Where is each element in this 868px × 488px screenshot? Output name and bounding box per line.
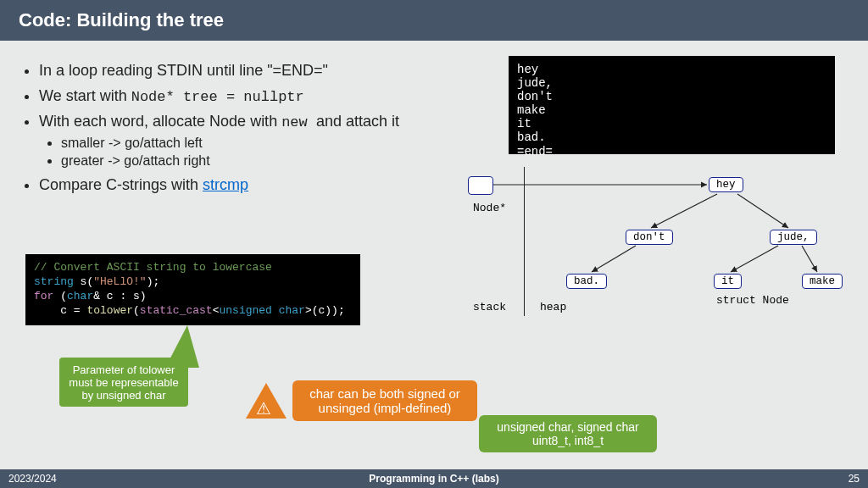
- bullet-list: In a loop reading STDIN until line "=END…: [24, 62, 473, 202]
- svg-line-1: [651, 194, 717, 228]
- bullet-3a: smaller -> go/attach left: [61, 136, 473, 151]
- stack-pointer-box: [468, 176, 493, 195]
- page-title: Code: Building the tree: [19, 9, 224, 31]
- bullet-4: Compare C-strings with strcmp: [39, 176, 473, 194]
- node-make: make: [802, 274, 843, 289]
- node-bad: bad.: [566, 274, 607, 289]
- node-it: it: [714, 274, 742, 289]
- footer-page: 25: [849, 473, 860, 485]
- label-stack: stack: [473, 301, 506, 313]
- bullet-3b: greater -> go/attach right: [61, 153, 473, 169]
- footer-year: 2023/2024: [8, 473, 57, 485]
- callout-tolower: Parameter of tolower must be representab…: [59, 358, 188, 407]
- stack-heap-divider: [524, 167, 525, 316]
- label-nodeptr: Node*: [473, 202, 506, 214]
- bullet-2: We start with Node* tree = nullptr: [39, 87, 473, 105]
- node-jude: jude,: [770, 230, 817, 245]
- callout-char-signed: char can be both signed or unsinged (imp…: [292, 380, 477, 421]
- svg-line-4: [731, 246, 778, 272]
- strcmp-link[interactable]: strcmp: [203, 176, 248, 193]
- label-struct: struct Node: [716, 294, 789, 307]
- slide-footer: 2023/2024 Programming in C++ (labs) 25: [0, 469, 868, 488]
- node-dont: don't: [626, 230, 673, 245]
- warning-glyph: ⚠: [256, 398, 271, 419]
- bullet-1: In a loop reading STDIN until line "=END…: [39, 62, 473, 80]
- bullet-3: With each word, allocate Node with new a…: [39, 113, 473, 169]
- svg-line-2: [737, 194, 788, 228]
- svg-line-3: [592, 246, 636, 272]
- node-hey: hey: [709, 177, 743, 192]
- footer-title: Programming in C++ (labs): [0, 473, 868, 485]
- label-heap: heap: [540, 301, 566, 313]
- tree-diagram: Node* stack heap struct Node hey don't j…: [466, 164, 839, 316]
- code-snippet: // Convert ASCII string to lowercase str…: [25, 254, 360, 325]
- callout-types: unsigned char, signed char uint8_t, int8…: [479, 415, 657, 452]
- terminal-output: hey jude, don't make it bad. =end=: [509, 56, 835, 154]
- slide-header: Code: Building the tree: [0, 0, 868, 41]
- svg-line-5: [802, 246, 817, 272]
